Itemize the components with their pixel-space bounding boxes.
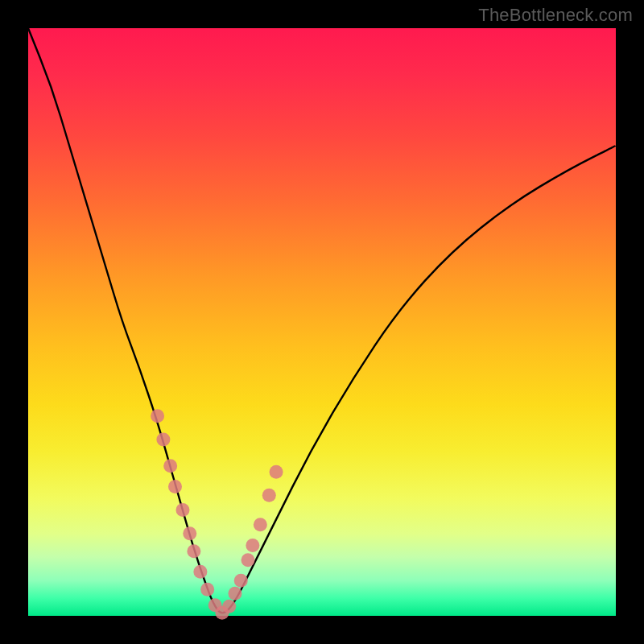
highlight-point [151,409,164,423]
highlight-point [200,583,214,597]
plot-area [28,28,616,616]
highlight-point [222,600,236,613]
highlight-point [234,574,248,588]
highlight-point [270,465,283,479]
bottleneck-curve [28,28,616,613]
highlight-point [156,433,170,447]
highlight-point [193,565,207,579]
highlight-point [254,518,267,531]
chart-frame: TheBottleneck.com [0,0,644,644]
chart-svg [28,28,616,616]
highlight-point [163,459,177,473]
highlight-point [262,489,276,502]
highlight-point [168,480,182,493]
highlight-point [175,503,189,517]
watermark-text: TheBottleneck.com [478,5,633,26]
highlight-points [151,409,283,620]
highlight-point [183,526,196,540]
highlight-point [242,553,255,567]
highlight-point [246,539,259,552]
highlight-point [187,544,200,558]
highlight-point [228,587,242,601]
